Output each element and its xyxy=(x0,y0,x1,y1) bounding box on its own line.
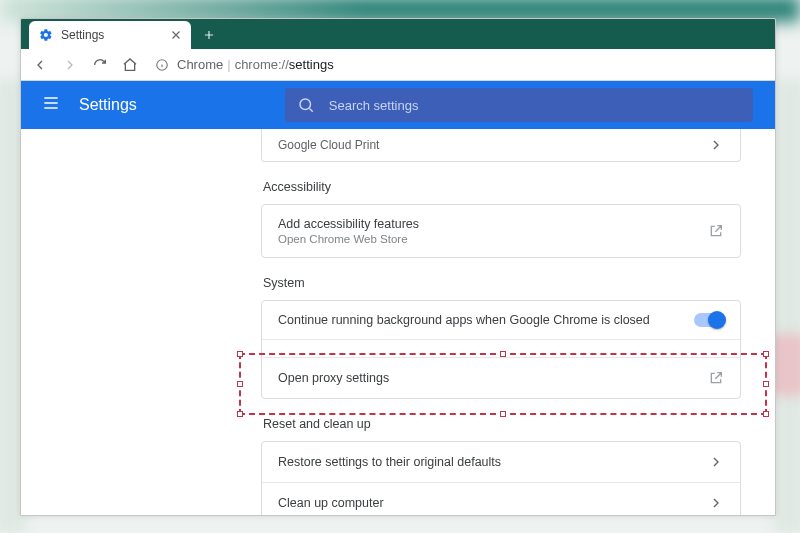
settings-content: Google Cloud Print Accessibility Add acc… xyxy=(21,129,775,515)
chevron-right-icon xyxy=(708,495,724,511)
toggle-on-icon[interactable] xyxy=(694,313,724,327)
card-accessibility: Add accessibility features Open Chrome W… xyxy=(261,204,741,258)
card-system: Continue running background apps when Go… xyxy=(261,300,741,399)
page-title: Settings xyxy=(79,96,137,114)
tab-settings[interactable]: Settings xyxy=(29,21,191,49)
settings-header: Settings Search settings xyxy=(21,81,775,129)
gear-icon xyxy=(39,28,53,42)
search-icon xyxy=(297,96,315,114)
info-icon xyxy=(155,58,169,72)
omnibox-url: chrome://settings xyxy=(235,57,334,72)
section-reset: Reset and clean up xyxy=(263,417,739,431)
forward-button[interactable] xyxy=(57,52,83,78)
row-restore-defaults[interactable]: Restore settings to their original defau… xyxy=(262,442,740,482)
search-placeholder: Search settings xyxy=(329,98,419,113)
row-background-apps[interactable]: Continue running background apps when Go… xyxy=(262,301,740,339)
row-hidden xyxy=(262,339,740,357)
section-accessibility: Accessibility xyxy=(263,180,739,194)
home-button[interactable] xyxy=(117,52,143,78)
card-reset: Restore settings to their original defau… xyxy=(261,441,741,516)
chevron-right-icon xyxy=(708,454,724,470)
external-link-icon xyxy=(708,223,724,239)
close-icon[interactable] xyxy=(169,28,183,42)
row-cloud-print[interactable]: Google Cloud Print xyxy=(262,129,740,161)
section-system: System xyxy=(263,276,739,290)
card-printing: Google Cloud Print xyxy=(261,129,741,162)
address-bar[interactable]: Chrome | chrome://settings xyxy=(147,57,769,72)
new-tab-button[interactable] xyxy=(197,23,221,47)
menu-icon[interactable] xyxy=(41,93,61,117)
svg-point-1 xyxy=(300,99,311,110)
browser-window: Settings Chrome | chrome://settings Sett… xyxy=(20,18,776,516)
row-clean-up[interactable]: Clean up computer xyxy=(262,482,740,516)
tab-title: Settings xyxy=(61,28,104,42)
tab-strip: Settings xyxy=(21,19,775,49)
search-input[interactable]: Search settings xyxy=(285,88,753,122)
row-open-proxy[interactable]: Open proxy settings xyxy=(262,357,740,398)
omnibox-origin: Chrome xyxy=(177,57,223,72)
browser-toolbar: Chrome | chrome://settings xyxy=(21,49,775,81)
row-add-accessibility[interactable]: Add accessibility features Open Chrome W… xyxy=(262,205,740,257)
reload-button[interactable] xyxy=(87,52,113,78)
chevron-right-icon xyxy=(708,137,724,153)
back-button[interactable] xyxy=(27,52,53,78)
external-link-icon xyxy=(708,370,724,386)
